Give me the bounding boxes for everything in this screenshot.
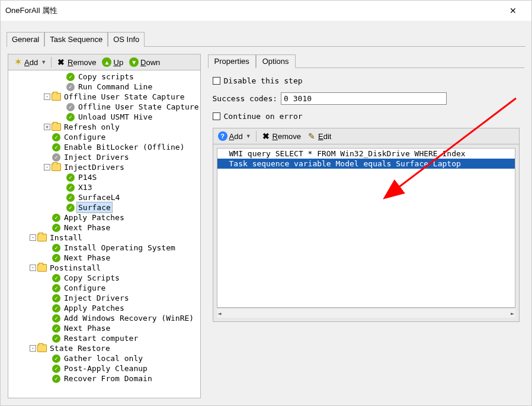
tree-row[interactable]: -Install	[8, 233, 200, 243]
tree-node-label: Configure	[63, 283, 107, 293]
check-icon: ✓	[52, 334, 61, 343]
tree-row[interactable]: ✓Configure	[8, 132, 200, 142]
continue-on-error-checkbox[interactable]	[213, 112, 220, 120]
tab-os-info[interactable]: OS Info	[108, 32, 145, 47]
add-step-button[interactable]: ✶ Add ▼	[11, 56, 49, 68]
tree-node-label: Apply Patches	[63, 212, 126, 223]
check-icon: ✓	[52, 253, 61, 263]
folder-icon	[37, 344, 47, 353]
tree-row[interactable]: ✓Recover From Domain	[8, 373, 200, 384]
tab-options[interactable]: Options	[256, 54, 296, 68]
arrow-down-icon: ▼	[129, 57, 139, 67]
tree-row[interactable]: ✓X13	[8, 182, 200, 192]
x-icon: ✖	[261, 131, 271, 141]
detail-tabs: Properties Options	[208, 54, 525, 68]
collapse-icon[interactable]: -	[44, 164, 50, 170]
tree-row[interactable]: ✓Restart computer	[8, 333, 200, 343]
disabled-icon: ✓	[66, 102, 75, 112]
tree-row[interactable]: -Postinstall	[8, 263, 200, 273]
tree-row[interactable]: ✓Configure	[8, 283, 200, 293]
move-up-button[interactable]: ▲ Up	[100, 56, 126, 68]
expand-icon[interactable]: +	[44, 124, 50, 130]
check-icon: ✓	[52, 364, 61, 373]
step-tree[interactable]: ✓Copy scripts✓Run Command Line-Offline U…	[8, 70, 201, 398]
horizontal-scrollbar[interactable]: ◄ ►	[217, 308, 516, 318]
check-icon: ✓	[52, 354, 61, 363]
folder-icon	[37, 233, 47, 243]
collapse-icon[interactable]: -	[30, 345, 36, 352]
tree-node-label: Postinstall	[49, 263, 102, 273]
check-icon: ✓	[52, 223, 61, 233]
tree-node-label: Post-Apply Cleanup	[63, 363, 149, 373]
tree-node-label: Next Phase	[63, 323, 111, 333]
check-icon: ✓	[52, 294, 61, 303]
remove-step-button[interactable]: ✖ Remove	[54, 56, 98, 68]
move-down-button[interactable]: ▼ Down	[127, 56, 162, 68]
tree-row[interactable]: ✓Inject Drivers	[8, 293, 200, 303]
tree-node-label: Unload USMT Hive	[77, 112, 153, 122]
tree-node-label: Refresh only	[63, 122, 121, 132]
tree-row[interactable]: ✓Apply Patches	[8, 303, 200, 313]
tree-row[interactable]: ✓Gather local only	[8, 353, 200, 363]
check-icon: ✓	[66, 72, 75, 82]
close-icon: ✕	[509, 6, 517, 15]
condition-item[interactable]: WMI query SELECT * FROM Win32_DiskDrive …	[217, 149, 515, 159]
tree-row[interactable]: ✓Copy Scripts	[8, 273, 200, 283]
tree-row[interactable]: ✓Add Windows Recovery (WinRE)	[8, 313, 200, 323]
collapse-icon[interactable]: -	[44, 94, 50, 100]
tree-node-label: Offline User State Capture	[63, 92, 186, 102]
tree-row[interactable]: ✓Run Command Line	[8, 82, 200, 92]
tree-row[interactable]: ✓Install Operating System	[8, 243, 200, 253]
tree-row[interactable]: -InjectDrivers	[8, 162, 200, 172]
tree-row[interactable]: ✓Next Phase	[8, 223, 200, 233]
tree-row[interactable]: ✓Offline User State Capture	[8, 102, 200, 112]
folder-icon	[52, 163, 61, 172]
tree-row[interactable]: ✓Post-Apply Cleanup	[8, 363, 200, 373]
details-pane: Properties Options Disable this step Suc…	[208, 54, 525, 398]
tab-properties[interactable]: Properties	[208, 54, 256, 68]
scroll-left-icon: ◄	[218, 310, 222, 317]
collapse-icon[interactable]: -	[30, 234, 36, 241]
check-icon: ✓	[52, 213, 61, 223]
tree-row[interactable]: ✓SurfaceL4	[8, 192, 200, 202]
chevron-down-icon: ▼	[246, 133, 251, 139]
check-icon: ✓	[66, 173, 75, 182]
tree-row[interactable]: ✓P14S	[8, 172, 200, 182]
tree-node-label: Add Windows Recovery (WinRE)	[63, 313, 195, 323]
tree-row[interactable]: ✓Next Phase	[8, 323, 200, 333]
tree-node-label: Surface	[77, 202, 112, 212]
tree-row[interactable]: ✓Surface	[8, 202, 200, 212]
conditions-panel: ? Add ▼ ✖ Remove ✎ Edit	[213, 128, 520, 322]
tree-row[interactable]: ✓Inject Drivers	[8, 152, 200, 162]
tree-row[interactable]: ✓Apply Patches	[8, 212, 200, 223]
tree-node-label: Next Phase	[63, 253, 111, 263]
success-codes-label: Success codes:	[213, 94, 278, 103]
conditions-toolbar: ? Add ▼ ✖ Remove ✎ Edit	[213, 128, 520, 144]
remove-condition-button[interactable]: ✖ Remove	[259, 130, 303, 142]
arrow-up-icon: ▲	[102, 57, 111, 67]
tree-row[interactable]: -Offline User State Capture	[8, 92, 200, 102]
conditions-list[interactable]: WMI query SELECT * FROM Win32_DiskDrive …	[217, 148, 516, 308]
tree-row[interactable]: ✓Enable BitLocker (Offline)	[8, 142, 200, 152]
edit-condition-button[interactable]: ✎ Edit	[305, 130, 334, 142]
tree-row[interactable]: ✓Unload USMT Hive	[8, 112, 200, 122]
tree-row[interactable]: ✓Next Phase	[8, 253, 200, 263]
add-condition-button[interactable]: ? Add ▼	[216, 130, 254, 142]
disable-step-label: Disable this step	[224, 76, 303, 85]
success-codes-input[interactable]	[281, 92, 447, 105]
collapse-icon[interactable]: -	[30, 265, 36, 271]
tree-node-label: Install	[49, 233, 84, 243]
tree-toolbar: ✶ Add ▼ ✖ Remove ▲ Up ▼ Down	[8, 54, 201, 70]
tree-node-label: Next Phase	[63, 223, 111, 233]
disabled-icon: ✓	[66, 82, 75, 92]
tab-task-sequence[interactable]: Task Sequence	[44, 32, 108, 47]
close-button[interactable]: ✕	[499, 2, 527, 20]
tab-general[interactable]: General	[7, 32, 44, 47]
continue-on-error-label: Continue on error	[224, 112, 303, 121]
disable-step-checkbox[interactable]	[213, 77, 220, 85]
tree-row[interactable]: ✓Copy scripts	[8, 72, 200, 82]
tree-row[interactable]: +Refresh only	[8, 122, 200, 132]
condition-text: WMI query SELECT * FROM Win32_DiskDrive …	[229, 149, 466, 159]
condition-item[interactable]: Task sequence variable Model equals Surf…	[217, 159, 515, 169]
tree-row[interactable]: -State Restore	[8, 343, 200, 353]
